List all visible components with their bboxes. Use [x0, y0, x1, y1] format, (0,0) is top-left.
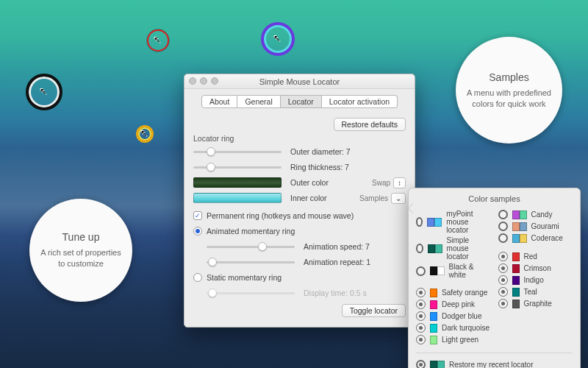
color-sample-label: Dodger blue [442, 312, 481, 320]
animation-repeat-slider[interactable] [207, 257, 295, 267]
swap-button[interactable]: ↕ [393, 177, 406, 188]
color-sample-label: Deep pink [442, 300, 475, 308]
color-sample-button[interactable] [416, 288, 426, 297]
callout-text: A rich set of properties to customize [37, 247, 125, 269]
samples-popover: Color samples myPoint mouse locatorSimpl… [408, 188, 581, 368]
color-sample-row: Safety orange [416, 288, 491, 297]
color-sample-row: Deep pink [416, 300, 491, 309]
preferences-window: Simple Mouse Locator About General Locat… [184, 74, 415, 328]
color-sample-button[interactable] [498, 287, 508, 297]
minimize-icon[interactable] [200, 77, 207, 85]
outer-diameter-slider[interactable] [193, 146, 282, 157]
color-sample-button[interactable] [498, 233, 508, 243]
tab-general[interactable]: General [237, 95, 280, 108]
color-sample-button[interactable] [498, 222, 508, 231]
tab-activation[interactable]: Locator activation [322, 95, 398, 108]
ring-thickness-slider[interactable] [193, 162, 282, 172]
color-sample-label: Dark turquoise [442, 324, 490, 332]
color-sample-row: Simple mouse locator [416, 236, 491, 261]
color-sample-button[interactable] [416, 323, 426, 333]
color-sample-button[interactable] [498, 252, 508, 261]
color-sample-row: Teal [498, 287, 573, 297]
color-sample-button[interactable] [416, 244, 423, 253]
color-swatch [512, 276, 520, 285]
color-swatch-pair [512, 222, 527, 231]
permanent-ring-checkbox[interactable] [193, 211, 202, 220]
display-time-label: Display time: 0.5 s [304, 289, 367, 297]
zoom-icon[interactable] [211, 77, 218, 85]
callout-samples: Samples A menu with predefined colors fo… [456, 37, 562, 144]
color-sample-button[interactable] [416, 311, 426, 321]
outer-color-swatch[interactable] [193, 177, 282, 188]
traffic-lights [189, 77, 218, 85]
color-sample-label: Gourami [531, 222, 559, 230]
cursor-icon: ↖ [40, 87, 47, 96]
color-sample-button[interactable] [416, 266, 426, 276]
color-sample-label: Simple mouse locator [447, 236, 491, 261]
color-sample-label: Teal [524, 288, 537, 296]
color-sample-row: Graphite [498, 299, 573, 308]
tab-locator[interactable]: Locator [281, 95, 322, 108]
color-sample-button[interactable] [498, 263, 508, 273]
color-sample-row: Red [498, 252, 573, 261]
color-sample-button[interactable] [416, 335, 426, 344]
color-sample-button[interactable] [416, 217, 423, 227]
inner-color-label: Inner color [290, 194, 327, 202]
permanent-ring-label: Permanent ring (hotkeys and mouse wave) [207, 211, 354, 220]
inner-color-swatch[interactable] [193, 193, 282, 203]
color-swatch [512, 252, 520, 261]
section-locator-ring: Locator ring [193, 134, 406, 143]
samples-button[interactable]: ⌄ [391, 193, 406, 204]
demo-ring-purple: ↖ [261, 22, 295, 56]
color-swatch [430, 336, 437, 344]
color-sample-label: Crimson [524, 264, 551, 272]
static-radio[interactable] [193, 273, 202, 282]
color-sample-label: myPoint mouse locator [446, 210, 490, 234]
callout-tuneup: Tune up A rich set of properties to cust… [29, 199, 132, 302]
animation-speed-slider[interactable] [207, 241, 295, 252]
outer-color-label: Outer color [290, 178, 329, 187]
callout-title: Tune up [62, 231, 100, 243]
animation-speed-label: Animation speed: 7 [304, 242, 370, 251]
restore-recent-button[interactable] [416, 360, 426, 368]
color-sample-label: Coderace [531, 234, 563, 242]
color-swatch [430, 289, 437, 297]
color-swatch-pair [512, 234, 527, 243]
color-sample-button[interactable] [498, 275, 508, 285]
titlebar[interactable]: Simple Mouse Locator [184, 74, 415, 89]
restore-defaults-button[interactable]: Restore defaults [334, 118, 406, 131]
color-sample-row: Coderace [498, 233, 573, 243]
color-sample-label: Red [524, 252, 537, 261]
color-sample-row: Dark turquoise [416, 323, 491, 333]
color-swatch [430, 324, 437, 333]
color-swatch [430, 312, 437, 321]
color-sample-label: Safety orange [442, 289, 487, 297]
static-label: Static momentary ring [207, 273, 282, 282]
display-time-slider [207, 288, 295, 298]
color-sample-button[interactable] [498, 210, 508, 219]
color-sample-row: Black & white [416, 263, 491, 279]
color-sample-button[interactable] [416, 300, 426, 309]
tab-bar: About General Locator Locator activation [184, 95, 415, 108]
color-sample-row: Candy [498, 210, 573, 219]
window-title: Simple Mouse Locator [259, 77, 340, 86]
close-icon[interactable] [189, 77, 196, 85]
cursor-icon: ↖ [140, 129, 148, 138]
color-swatch [512, 288, 520, 297]
color-sample-row: Gourami [498, 222, 573, 231]
tab-about[interactable]: About [201, 95, 237, 108]
animated-radio[interactable] [193, 227, 202, 236]
color-sample-row: Crimson [498, 263, 573, 273]
toggle-locator-button[interactable]: Toggle locator [342, 304, 406, 317]
color-swatch-pair [428, 244, 442, 253]
demo-ring-black: ↖ [26, 74, 62, 110]
color-swatch [512, 300, 520, 308]
color-sample-label: Black & white [449, 263, 491, 279]
color-swatch [430, 300, 437, 309]
color-sample-button[interactable] [498, 299, 508, 308]
samples-label: Samples [359, 194, 388, 202]
callout-title: Samples [489, 71, 528, 83]
ring-thickness-label: Ring thickness: 7 [290, 163, 349, 171]
color-sample-row: Indigo [498, 275, 573, 285]
popover-col-2: CandyGouramiCoderaceRedCrimsonIndigoTeal… [498, 208, 573, 347]
